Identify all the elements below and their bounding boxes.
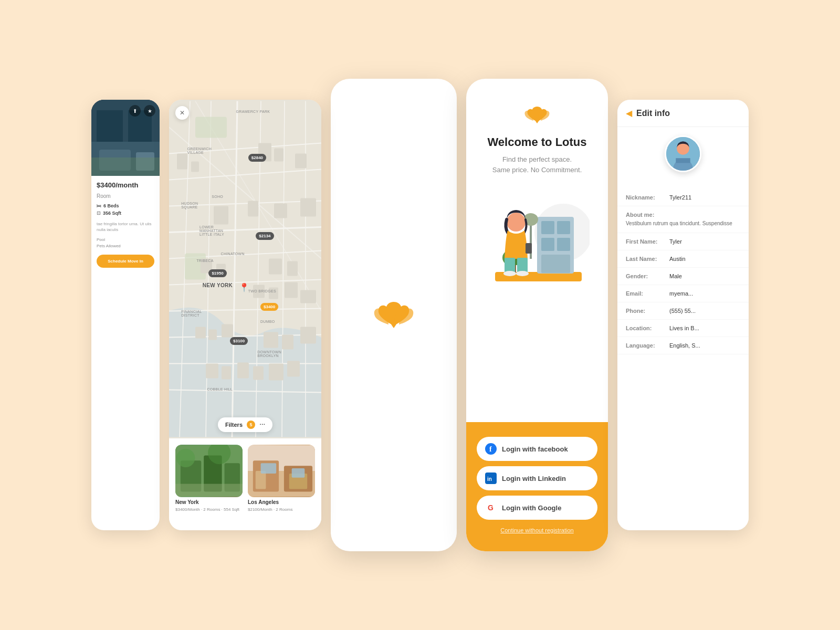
ny-meta: $3400/Month · 2 Rooms · 554 Sqft (175, 507, 243, 512)
sqft-stat: ⊡ 356 Sqft (97, 211, 154, 216)
price-pin-3400: $3400 (260, 303, 278, 311)
svg-rect-6 (91, 158, 160, 176)
svg-rect-45 (195, 327, 206, 339)
field-phone: Phone: (555) 55... (617, 302, 749, 320)
property-price: $3400/month (97, 181, 154, 189)
favorite-button[interactable]: ★ (144, 105, 155, 117)
svg-rect-48 (264, 332, 278, 348)
screen-splash (331, 79, 457, 551)
svg-rect-43 (285, 282, 298, 298)
login-lotus-icon (524, 105, 550, 125)
last-name-label: Last Name: (626, 256, 665, 262)
room-stats: 🛏 6 Beds ⊡ 356 Sqft (97, 203, 154, 216)
field-nickname: Nickname: Tyler211 (617, 189, 749, 206)
svg-rect-71 (292, 468, 305, 478)
facebook-login-label: Login with facebook (502, 445, 568, 453)
svg-rect-26 (195, 117, 227, 138)
svg-rect-77 (541, 238, 554, 251)
svg-rect-70 (261, 463, 277, 474)
screen-property-detail: ⬆ ★ $3400/month Room 🛏 6 Beds ⊡ 356 Sqft… (91, 100, 160, 530)
svg-rect-46 (208, 330, 217, 340)
email-label: Email: (626, 290, 665, 297)
svg-rect-32 (295, 154, 307, 169)
field-first-name: First Name: Tyler (617, 233, 749, 250)
property-image: ⬆ ★ (91, 100, 160, 176)
svg-point-89 (503, 271, 516, 276)
first-name-label: First Name: (626, 238, 665, 245)
svg-rect-44 (300, 290, 316, 303)
login-top-section: Welcome to Lotus Find the perfect space.… (466, 79, 608, 422)
phone-value[interactable]: (555) 55... (669, 308, 740, 314)
field-location: Location: Lives in B... (617, 320, 749, 337)
sqft-icon: ⊡ (97, 211, 101, 216)
listing-los-angeles[interactable]: Los Angeles $2100/Month · 2 Rooms (248, 445, 315, 524)
google-login-label: Login with Google (502, 504, 561, 512)
svg-rect-41 (253, 285, 265, 298)
svg-text:in: in (487, 476, 492, 482)
location-value[interactable]: Lives in B... (669, 325, 740, 331)
screen-edit-info: ◀ Edit info Nickname: Tyler211 (617, 100, 749, 530)
ny-city-label: New York (175, 499, 243, 505)
svg-rect-55 (269, 364, 284, 381)
map-close-button[interactable]: ✕ (175, 106, 189, 120)
svg-rect-50 (300, 327, 316, 344)
back-button[interactable]: ◀ (626, 108, 632, 118)
svg-rect-78 (557, 238, 570, 251)
login-subtitle: Find the perfect space. Same price. No C… (492, 154, 582, 175)
amenities-list: Pool Pets Allowed (97, 237, 154, 249)
svg-point-62 (176, 449, 195, 467)
gender-value[interactable]: Male (669, 273, 740, 279)
svg-point-86 (507, 213, 526, 232)
screen-map: ✕ GRAMERCY PARK GREENWICHVILLAGE HUDSONS… (169, 100, 321, 530)
svg-rect-2 (97, 110, 123, 142)
svg-rect-75 (541, 221, 554, 234)
login-title: Welcome to Lotus (487, 135, 586, 149)
map-view[interactable]: ✕ GRAMERCY PARK GREENWICHVILLAGE HUDSONS… (169, 100, 321, 438)
svg-rect-28 (177, 154, 187, 170)
la-city-label: Los Angeles (248, 499, 315, 505)
share-button[interactable]: ⬆ (129, 105, 141, 117)
field-language: Language: English, S... (617, 337, 749, 354)
filter-expand-icon: ⋯ (259, 422, 265, 428)
la-meta: $2100/Month · 2 Rooms (248, 507, 315, 512)
google-icon: G (485, 502, 497, 513)
email-value[interactable]: myema... (669, 290, 740, 297)
svg-rect-61 (175, 484, 243, 497)
facebook-login-button[interactable]: f Login with facebook (477, 437, 597, 461)
google-login-button[interactable]: G Login with Google (477, 496, 597, 520)
svg-rect-100 (676, 158, 690, 163)
svg-text:G: G (488, 503, 494, 512)
filters-label: Filters (225, 422, 243, 428)
filters-bar[interactable]: Filters 5 ⋯ (218, 417, 272, 432)
profile-photo-section (617, 127, 749, 185)
image-actions: ⬆ ★ (129, 105, 155, 117)
svg-rect-56 (287, 361, 300, 377)
svg-rect-47 (222, 324, 233, 338)
svg-rect-53 (237, 363, 249, 379)
price-pin-1950: $1950 (208, 269, 226, 277)
listing-new-york[interactable]: New York $3400/Month · 2 Rooms · 554 Sqf… (175, 445, 243, 524)
last-name-value[interactable]: Austin (669, 256, 740, 262)
linkedin-login-label: Login with Linkedin (502, 475, 566, 482)
listings-strip: New York $3400/Month · 2 Rooms · 554 Sqf… (169, 438, 321, 530)
nickname-value[interactable]: Tyler211 (669, 194, 740, 201)
linkedin-login-button[interactable]: in Login with Linkedin (477, 466, 597, 490)
profile-avatar[interactable] (665, 135, 701, 172)
svg-rect-54 (253, 366, 264, 380)
nickname-label: Nickname: (626, 194, 665, 201)
schedule-move-in-button[interactable]: Schedule Move In (97, 255, 154, 268)
splash-logo (373, 299, 415, 331)
svg-text:f: f (489, 445, 492, 453)
linkedin-icon: in (485, 472, 497, 484)
field-last-name: Last Name: Austin (617, 250, 749, 268)
continue-without-registration-button[interactable]: Continue without registration (477, 525, 597, 536)
svg-rect-39 (269, 259, 282, 275)
about-text[interactable]: Vestibulum rutrum qua tincidunt. Suspend… (626, 220, 740, 227)
svg-rect-68 (256, 471, 266, 489)
language-value[interactable]: English, S... (669, 342, 740, 349)
svg-rect-33 (214, 206, 228, 225)
field-email: Email: myema... (617, 285, 749, 302)
first-name-value[interactable]: Tyler (669, 238, 740, 245)
room-type-label: Room (97, 193, 154, 199)
price-pin-2840: $2840 (248, 154, 266, 162)
